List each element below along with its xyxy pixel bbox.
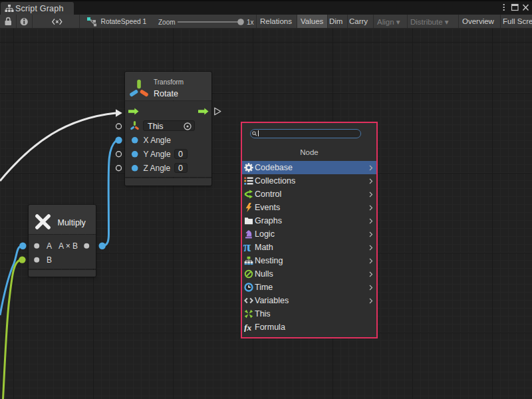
svg-text:fx: fx [244,323,251,332]
svg-text:π: π [243,239,251,255]
